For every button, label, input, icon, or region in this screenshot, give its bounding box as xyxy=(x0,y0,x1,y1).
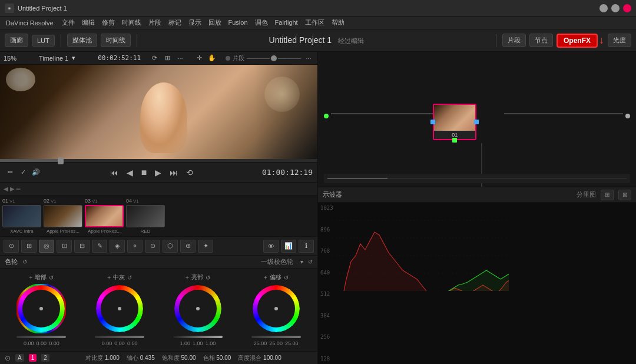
menu-item-调色[interactable]: 调色 xyxy=(251,18,271,27)
menu-item-Fusion[interactable]: Fusion xyxy=(225,18,251,27)
menu-item-片段[interactable]: 片段 xyxy=(145,18,165,27)
openfx-button[interactable]: OpenFX xyxy=(556,34,598,48)
close-button[interactable]: ✕ xyxy=(623,4,631,12)
color-tool-1[interactable]: ⊙ xyxy=(4,240,19,253)
menu-item-帮助[interactable]: 帮助 xyxy=(328,18,348,27)
audio-icon[interactable]: 🔊 xyxy=(31,167,41,178)
menu-item-修剪[interactable]: 修剪 xyxy=(98,18,118,27)
refresh-icon[interactable]: ⟳ xyxy=(149,53,160,64)
highlights-add-icon[interactable]: + xyxy=(186,274,189,281)
check-icon[interactable]: ✓ xyxy=(18,167,28,178)
color-tool-graph[interactable]: 📊 xyxy=(281,240,296,253)
color-tool-2[interactable]: ⊞ xyxy=(21,240,37,253)
midtones-slider[interactable] xyxy=(95,336,144,338)
color-tool-11[interactable]: ⊕ xyxy=(180,240,196,253)
node-graph-canvas: 01 xyxy=(318,52,636,187)
edit-tool-icon[interactable]: ✏ xyxy=(5,167,15,178)
darks-reset-icon[interactable]: ↺ xyxy=(49,274,54,281)
darks-slider[interactable] xyxy=(16,336,66,338)
menu-item-编辑[interactable]: 编辑 xyxy=(78,18,98,27)
graph-output-dot xyxy=(625,114,630,118)
color-tool-6[interactable]: ✎ xyxy=(92,240,107,253)
gallery-button[interactable]: 画廊 xyxy=(5,34,28,47)
color-tool-info[interactable]: ℹ xyxy=(299,240,314,253)
color-tool-12[interactable]: ✦ xyxy=(198,240,213,253)
app-name-label[interactable]: DaVinci Resolve xyxy=(2,18,57,28)
fullscreen-icon[interactable]: ⊞ xyxy=(162,53,173,64)
darks-val-g: 0.00 xyxy=(37,340,47,346)
menu-item-时间线[interactable]: 时间线 xyxy=(118,18,145,27)
wheels-more-btn[interactable]: ↺ xyxy=(308,259,313,265)
color-tool-3[interactable]: ◎ xyxy=(39,240,54,253)
clip-label-03: Apple ProRes... xyxy=(88,229,121,234)
clip-thumb-03[interactable] xyxy=(85,205,124,227)
menu-item-Fairlight[interactable]: Fairlight xyxy=(271,18,302,27)
offset-reset-icon[interactable]: ↺ xyxy=(284,274,289,281)
scope-subtitle: 分里图 xyxy=(577,190,596,199)
menu-item-显示[interactable]: 显示 xyxy=(185,18,205,27)
color-tool-8[interactable]: ⌖ xyxy=(127,240,143,253)
color-tool-eye[interactable]: 👁 xyxy=(263,240,279,253)
stop-button[interactable]: ■ xyxy=(139,166,150,179)
node-right-connector[interactable] xyxy=(474,120,479,124)
wheel-inner-offset xyxy=(257,290,295,327)
darks-add-icon[interactable]: + xyxy=(29,274,32,281)
color-tool-7[interactable]: ◈ xyxy=(110,240,125,253)
loop-button[interactable]: ⟲ xyxy=(184,167,196,178)
preview-more-icon[interactable]: ··· xyxy=(303,53,314,64)
midtones-reset-icon[interactable]: ↺ xyxy=(127,274,132,281)
hand-tool-icon[interactable]: ✋ xyxy=(207,53,217,64)
select-tool-icon[interactable]: ✛ xyxy=(194,53,204,64)
highlights-slider[interactable] xyxy=(173,336,223,338)
offset-values: 25.00 25.00 25.00 xyxy=(254,340,299,346)
title-bar: ● Untitled Project 1 ─ □ ✕ xyxy=(0,0,636,16)
status-contrast: 对比度 1.000 xyxy=(85,354,120,362)
clip-thumb-02[interactable] xyxy=(44,205,82,227)
midtones-add-icon[interactable]: + xyxy=(107,274,111,281)
menu-item-标记[interactable]: 标记 xyxy=(165,18,185,27)
wheels-reset-btn[interactable]: ↺ xyxy=(22,259,27,265)
clip-v1-03: V1 xyxy=(92,198,98,204)
wheels-expand-btn[interactable]: ▾ xyxy=(300,259,303,265)
lut-button[interactable]: LUT xyxy=(32,35,55,47)
skip-to-start-button[interactable]: ⏮ xyxy=(108,167,121,178)
menu-item-文件[interactable]: 文件 xyxy=(58,18,78,27)
color-tool-4[interactable]: ⊡ xyxy=(57,240,72,253)
dropdown-arrow-icon: ▾ xyxy=(72,54,75,62)
color-tool-5[interactable]: ⊟ xyxy=(74,240,90,253)
node-bottom-connector[interactable] xyxy=(452,138,457,143)
media-pool-button[interactable]: 媒体池 xyxy=(67,34,97,47)
offset-slider[interactable] xyxy=(251,336,301,338)
step-back-button[interactable]: ◀ xyxy=(124,167,135,178)
color-tool-9[interactable]: ⊙ xyxy=(145,240,160,253)
menu-item-回放[interactable]: 回放 xyxy=(205,18,225,27)
offset-add-icon[interactable]: + xyxy=(264,274,267,281)
color-tools-bar: ⊙ ⊞ ◎ ⊡ ⊟ ✎ ◈ ⌖ ⊙ ⬡ ⊕ ✦ 👁 📊 ℹ xyxy=(0,237,317,256)
more-icon[interactable]: ··· xyxy=(175,53,186,64)
scope-btn-2[interactable]: ⊠ xyxy=(618,190,631,200)
clip-number-row-02: 02 V1 xyxy=(44,198,82,204)
clip-thumb-04[interactable] xyxy=(126,205,165,227)
minimize-button[interactable]: ─ xyxy=(599,4,608,12)
skip-to-end-button[interactable]: ⏭ xyxy=(167,167,180,178)
color-node[interactable]: 01 xyxy=(433,104,476,140)
clip-label-01: XAVC Intra xyxy=(10,229,33,234)
offset-label: 偏移 xyxy=(270,273,281,282)
scope-label-768: 768 xyxy=(320,248,333,254)
color-tool-10[interactable]: ⬡ xyxy=(163,240,178,253)
clip-thumb-01[interactable] xyxy=(2,205,41,227)
play-button[interactable]: ▶ xyxy=(153,167,164,178)
node-button[interactable]: 节点 xyxy=(529,34,553,47)
node-left-connector[interactable] xyxy=(430,120,435,124)
menu-item-工作区[interactable]: 工作区 xyxy=(302,18,328,27)
light-button[interactable]: 光度 xyxy=(608,34,631,47)
scope-btn-1[interactable]: ⊞ xyxy=(601,190,614,200)
wheel-inner-darks xyxy=(22,290,60,327)
maximize-button[interactable]: □ xyxy=(611,4,620,12)
scope-label-640: 640 xyxy=(320,270,333,276)
highlights-values: 1.00 1.00 1.00 xyxy=(180,340,216,346)
wheel-center-offset xyxy=(274,307,278,310)
clips-button[interactable]: 片段 xyxy=(502,34,526,47)
timeline-button[interactable]: 时间线 xyxy=(101,34,131,47)
highlights-reset-icon[interactable]: ↺ xyxy=(206,274,210,281)
